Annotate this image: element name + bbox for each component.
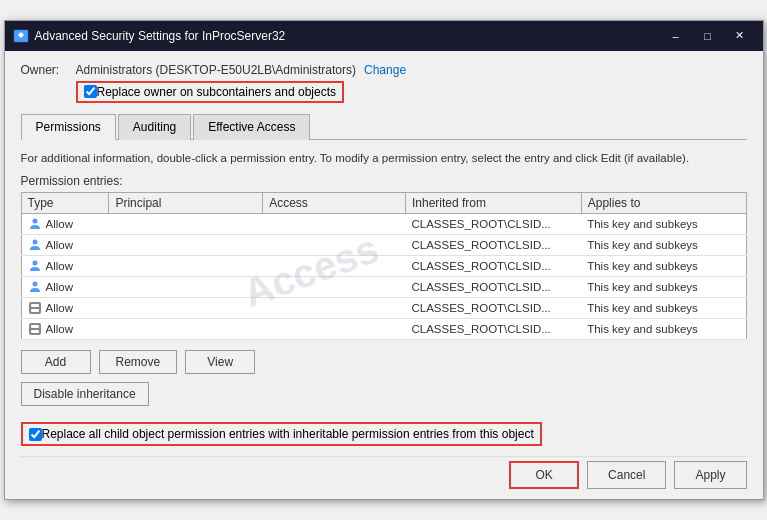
svg-rect-10 xyxy=(31,330,39,333)
title-bar-left: Advanced Security Settings for InProcSer… xyxy=(13,28,286,44)
owner-label: Owner: xyxy=(21,63,76,77)
table-row[interactable]: AllowCLASSES_ROOT\CLSID...This key and s… xyxy=(21,235,746,256)
tabs-container: Permissions Auditing Effective Access xyxy=(21,113,747,140)
info-text: For additional information, double-click… xyxy=(21,150,747,166)
cell-access xyxy=(263,256,406,277)
dialog-content: Owner: Administrators (DESKTOP-E50U2LB\A… xyxy=(5,51,763,499)
col-header-applies: Applies to xyxy=(581,193,746,214)
replace-owner-label[interactable]: Replace owner on subcontainers and objec… xyxy=(97,85,336,99)
table-row[interactable]: AllowCLASSES_ROOT\CLSID...This key and s… xyxy=(21,319,746,340)
svg-rect-5 xyxy=(29,302,41,314)
col-header-inherited: Inherited from xyxy=(405,193,581,214)
cell-principal xyxy=(109,214,263,235)
minimize-button[interactable]: – xyxy=(661,26,691,46)
cell-principal xyxy=(109,277,263,298)
table-row[interactable]: AllowCLASSES_ROOT\CLSID...This key and s… xyxy=(21,277,746,298)
replace-child-label[interactable]: Replace all child object permission entr… xyxy=(42,427,534,441)
cell-type: Allow xyxy=(21,235,109,256)
cell-access xyxy=(263,214,406,235)
view-button[interactable]: View xyxy=(185,350,255,374)
change-owner-link[interactable]: Change xyxy=(364,63,406,77)
cell-inherited: CLASSES_ROOT\CLSID... xyxy=(405,319,581,340)
cell-inherited: CLASSES_ROOT\CLSID... xyxy=(405,235,581,256)
cell-type: Allow xyxy=(21,256,109,277)
replace-owner-checkbox[interactable] xyxy=(84,85,97,98)
replace-owner-checkbox-row: Replace owner on subcontainers and objec… xyxy=(76,81,344,103)
window-icon xyxy=(13,28,29,44)
cell-inherited: CLASSES_ROOT\CLSID... xyxy=(405,256,581,277)
cell-principal xyxy=(109,319,263,340)
cell-access xyxy=(263,235,406,256)
cell-applies: This key and subkeys xyxy=(581,214,746,235)
permission-table-container: Access Type Principal Access Inherited f… xyxy=(21,192,747,350)
cancel-button[interactable]: Cancel xyxy=(587,461,666,489)
tab-auditing[interactable]: Auditing xyxy=(118,114,191,140)
cell-inherited: CLASSES_ROOT\CLSID... xyxy=(405,298,581,319)
maximize-button[interactable]: □ xyxy=(693,26,723,46)
cell-access xyxy=(263,298,406,319)
cell-principal xyxy=(109,298,263,319)
cell-principal xyxy=(109,235,263,256)
dialog-footer: OK Cancel Apply xyxy=(21,456,747,489)
table-row[interactable]: AllowCLASSES_ROOT\CLSID...This key and s… xyxy=(21,256,746,277)
svg-point-2 xyxy=(32,240,37,245)
owner-row: Owner: Administrators (DESKTOP-E50U2LB\A… xyxy=(21,63,747,77)
cell-inherited: CLASSES_ROOT\CLSID... xyxy=(405,277,581,298)
cell-type: Allow xyxy=(21,277,109,298)
title-bar: Advanced Security Settings for InProcSer… xyxy=(5,21,763,51)
table-row[interactable]: AllowCLASSES_ROOT\CLSID...This key and s… xyxy=(21,214,746,235)
table-row[interactable]: AllowCLASSES_ROOT\CLSID...This key and s… xyxy=(21,298,746,319)
replace-child-checkbox[interactable] xyxy=(29,428,42,441)
action-buttons-row: Add Remove View xyxy=(21,350,747,374)
window-title: Advanced Security Settings for InProcSer… xyxy=(35,29,286,43)
col-header-access: Access xyxy=(263,193,406,214)
close-button[interactable]: ✕ xyxy=(725,26,755,46)
svg-rect-7 xyxy=(31,309,39,312)
svg-point-4 xyxy=(32,282,37,287)
svg-rect-8 xyxy=(29,323,41,335)
cell-applies: This key and subkeys xyxy=(581,235,746,256)
svg-rect-6 xyxy=(31,304,39,307)
cell-access xyxy=(263,277,406,298)
cell-applies: This key and subkeys xyxy=(581,298,746,319)
cell-inherited: CLASSES_ROOT\CLSID... xyxy=(405,214,581,235)
svg-rect-9 xyxy=(31,325,39,328)
svg-point-3 xyxy=(32,261,37,266)
tab-effective-access[interactable]: Effective Access xyxy=(193,114,310,140)
cell-type: Allow xyxy=(21,214,109,235)
disable-inheritance-row: Disable inheritance xyxy=(21,382,747,414)
bottom-checkbox-row: Replace all child object permission entr… xyxy=(21,422,542,446)
permission-table: Type Principal Access Inherited from App… xyxy=(21,192,747,340)
col-header-principal: Principal xyxy=(109,193,263,214)
cell-applies: This key and subkeys xyxy=(581,277,746,298)
cell-access xyxy=(263,319,406,340)
permission-entries-label: Permission entries: xyxy=(21,174,747,188)
title-controls: – □ ✕ xyxy=(661,26,755,46)
cell-type: Allow xyxy=(21,298,109,319)
cell-applies: This key and subkeys xyxy=(581,319,746,340)
cell-type: Allow xyxy=(21,319,109,340)
svg-point-1 xyxy=(32,219,37,224)
main-window: Advanced Security Settings for InProcSer… xyxy=(4,20,764,500)
disable-inheritance-button[interactable]: Disable inheritance xyxy=(21,382,149,406)
remove-button[interactable]: Remove xyxy=(99,350,178,374)
cell-principal xyxy=(109,256,263,277)
col-header-type: Type xyxy=(21,193,109,214)
owner-value: Administrators (DESKTOP-E50U2LB\Administ… xyxy=(76,63,357,77)
cell-applies: This key and subkeys xyxy=(581,256,746,277)
add-button[interactable]: Add xyxy=(21,350,91,374)
apply-button[interactable]: Apply xyxy=(674,461,746,489)
ok-button[interactable]: OK xyxy=(509,461,579,489)
tab-permissions[interactable]: Permissions xyxy=(21,114,116,140)
